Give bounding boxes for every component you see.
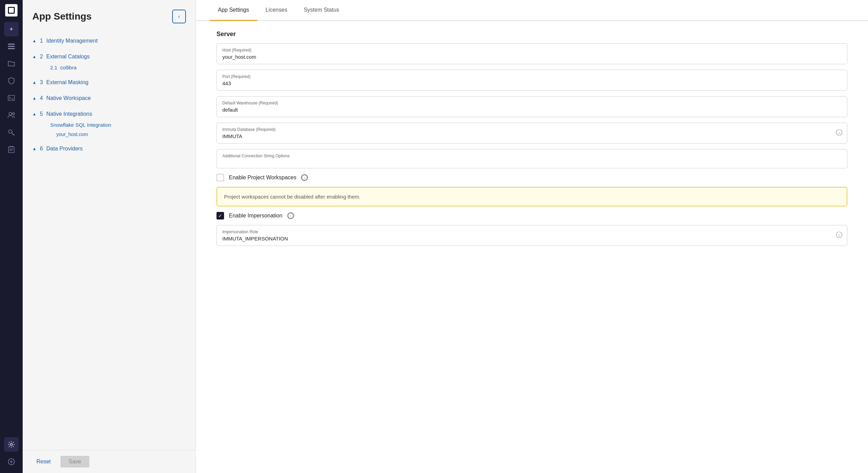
nav-section-5: ▲ 5 Native Integrations Snowflake SQL In… bbox=[23, 106, 196, 141]
svg-rect-3 bbox=[8, 95, 15, 101]
nav-terminal-icon[interactable] bbox=[4, 91, 19, 105]
nav-plus-icon[interactable]: + bbox=[4, 22, 19, 36]
warehouse-field[interactable]: Default Warehouse (Required) default bbox=[216, 96, 847, 117]
warning-box: Project workspaces cannot be disabled af… bbox=[216, 187, 847, 206]
section-num: 6 bbox=[40, 146, 43, 152]
nav-section-3: ▲ 3 External Masking bbox=[23, 75, 196, 90]
section-label: Data Providers bbox=[46, 146, 83, 152]
sidebar-item-external-masking[interactable]: ▲ 3 External Masking bbox=[32, 77, 186, 88]
reset-button[interactable]: Reset bbox=[32, 456, 55, 468]
svg-point-4 bbox=[9, 112, 12, 115]
nav-layers-icon[interactable] bbox=[4, 39, 19, 54]
impersonation-role-field[interactable]: Impersonation Role IMMUTA_IMPERSONATION … bbox=[216, 225, 847, 246]
nav-shield-icon[interactable] bbox=[4, 74, 19, 88]
app-logo bbox=[5, 4, 18, 16]
enable-project-workspaces-label: Enable Project Workspaces bbox=[229, 174, 296, 181]
chevron-up-icon: ▲ bbox=[32, 54, 36, 59]
nav-users-icon[interactable] bbox=[4, 108, 19, 122]
sidebar-item-native-integrations[interactable]: ▲ 5 Native Integrations bbox=[32, 108, 186, 120]
section-num: 5 bbox=[40, 111, 43, 117]
impersonation-role-info-icon[interactable]: i bbox=[836, 232, 842, 239]
sidebar-title: App Settings bbox=[32, 11, 92, 22]
warehouse-label: Default Warehouse (Required) bbox=[222, 101, 842, 105]
svg-text:i: i bbox=[304, 176, 305, 180]
enable-impersonation-info-icon[interactable]: i bbox=[287, 212, 294, 219]
port-field[interactable]: Port (Required) 443 bbox=[216, 70, 847, 91]
section-label: Native Integrations bbox=[46, 111, 92, 117]
enable-project-workspaces-row: Enable Project Workspaces i bbox=[216, 174, 847, 181]
sidebar-item-native-workspace[interactable]: ▲ 4 Native Workspace bbox=[32, 92, 186, 104]
svg-text:i: i bbox=[290, 214, 291, 218]
svg-rect-7 bbox=[9, 147, 14, 153]
sidebar-footer: Reset Save bbox=[23, 450, 196, 473]
sidebar-sub-item-snowflake[interactable]: Snowflake SQL Integration bbox=[32, 120, 186, 130]
enable-project-workspaces-checkbox[interactable] bbox=[216, 174, 224, 181]
server-section-label: Server bbox=[216, 31, 847, 38]
sidebar-sub-sub-item-host[interactable]: your_host.com bbox=[32, 130, 186, 139]
tab-licenses[interactable]: Licenses bbox=[257, 0, 296, 21]
collapse-button[interactable]: ‹ bbox=[172, 10, 186, 23]
warning-text: Project workspaces cannot be disabled af… bbox=[224, 194, 360, 200]
immuta-db-info-icon[interactable]: i bbox=[836, 129, 842, 137]
nav-clipboard-icon[interactable] bbox=[4, 142, 19, 157]
nav-section-6: ▲ 6 Data Providers bbox=[23, 141, 196, 157]
section-num: 3 bbox=[40, 79, 43, 86]
nav-folder-icon[interactable] bbox=[4, 56, 19, 71]
svg-rect-1 bbox=[8, 46, 15, 47]
sidebar-sub-item-collibra[interactable]: 2.1 collibra bbox=[32, 63, 186, 72]
section-label: External Catalogs bbox=[46, 54, 90, 60]
sub-label: Snowflake SQL Integration bbox=[50, 122, 111, 128]
section-num: 2 bbox=[40, 54, 43, 60]
save-button[interactable]: Save bbox=[60, 456, 89, 468]
connection-string-label: Additional Connection String Options bbox=[222, 154, 842, 158]
svg-rect-2 bbox=[8, 48, 15, 49]
immuta-db-label: Immuta Database (Required) bbox=[222, 127, 842, 132]
port-label: Port (Required) bbox=[222, 74, 842, 79]
nav-section-4: ▲ 4 Native Workspace bbox=[23, 90, 196, 106]
section-label: External Masking bbox=[46, 79, 89, 86]
top-tabs: App Settings Licenses System Status bbox=[196, 0, 868, 21]
sub-sub-label: your_host.com bbox=[56, 132, 88, 137]
enable-impersonation-label: Enable Impersonation bbox=[229, 213, 282, 219]
nav-circle-plus-icon[interactable] bbox=[4, 454, 19, 469]
nav-settings-icon[interactable] bbox=[4, 437, 19, 452]
svg-point-5 bbox=[12, 113, 14, 115]
nav-bar: + bbox=[0, 0, 23, 473]
chevron-up-icon: ▲ bbox=[32, 38, 36, 43]
enable-project-workspaces-info-icon[interactable]: i bbox=[301, 174, 308, 181]
sub-label: collibra bbox=[60, 65, 77, 70]
host-field[interactable]: Host (Required) your_host.com bbox=[216, 43, 847, 64]
chevron-up-icon: ▲ bbox=[32, 80, 36, 85]
sub-num: 2.1 bbox=[50, 65, 57, 70]
host-value: your_host.com bbox=[222, 54, 842, 60]
nav-section-2: ▲ 2 External Catalogs 2.1 collibra bbox=[23, 49, 196, 75]
chevron-up-icon: ▲ bbox=[32, 146, 36, 151]
immuta-db-value: IMMUTA bbox=[222, 133, 842, 139]
port-value: 443 bbox=[222, 80, 842, 86]
nav-section-1: ▲ 1 Identity Management bbox=[23, 33, 196, 49]
impersonation-role-label: Impersonation Role bbox=[222, 229, 842, 234]
connection-string-field[interactable]: Additional Connection String Options bbox=[216, 149, 847, 168]
chevron-up-icon: ▲ bbox=[32, 96, 36, 101]
logo-inner bbox=[8, 7, 15, 14]
section-num: 1 bbox=[40, 38, 43, 44]
section-num: 4 bbox=[40, 95, 43, 101]
sidebar-item-external-catalogs[interactable]: ▲ 2 External Catalogs bbox=[32, 51, 186, 63]
svg-rect-0 bbox=[8, 44, 15, 45]
sidebar-item-identity-management[interactable]: ▲ 1 Identity Management bbox=[32, 35, 186, 47]
enable-impersonation-row: ✓ Enable Impersonation i bbox=[216, 212, 847, 219]
section-label: Identity Management bbox=[46, 38, 98, 44]
host-label: Host (Required) bbox=[222, 48, 842, 53]
tab-app-settings[interactable]: App Settings bbox=[210, 0, 257, 21]
svg-point-8 bbox=[10, 443, 12, 446]
sidebar-item-data-providers[interactable]: ▲ 6 Data Providers bbox=[32, 143, 186, 155]
svg-text:i: i bbox=[838, 130, 840, 135]
sidebar-nav: ▲ 1 Identity Management ▲ 2 External Cat… bbox=[23, 30, 196, 450]
main-content: App Settings Licenses System Status Serv… bbox=[196, 0, 868, 473]
sidebar-header: App Settings ‹ bbox=[23, 0, 196, 30]
svg-text:i: i bbox=[838, 233, 840, 237]
nav-key-icon[interactable] bbox=[4, 125, 19, 139]
immuta-db-field[interactable]: Immuta Database (Required) IMMUTA i bbox=[216, 123, 847, 144]
enable-impersonation-checkbox[interactable]: ✓ bbox=[216, 212, 224, 219]
tab-system-status[interactable]: System Status bbox=[296, 0, 347, 21]
